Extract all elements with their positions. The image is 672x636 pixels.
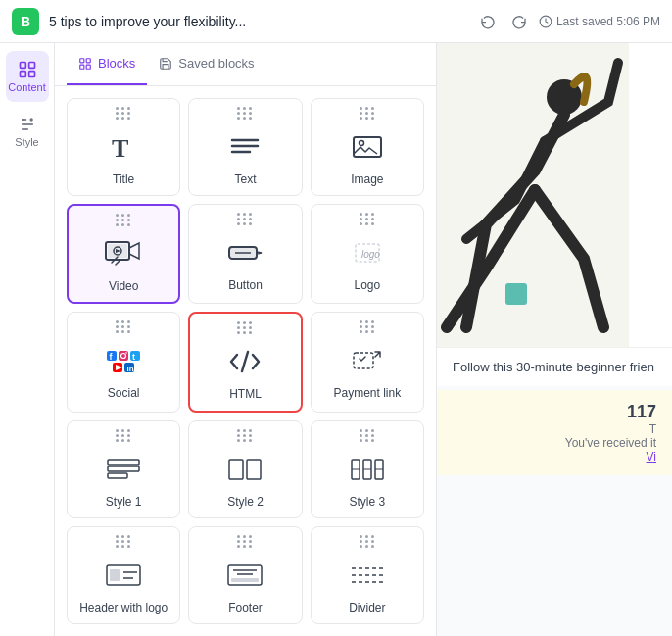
svg-point-8 — [29, 118, 32, 121]
block-style3[interactable]: Style 3 — [311, 420, 424, 518]
left-nav: Content Style — [0, 43, 55, 636]
svg-rect-56 — [231, 578, 259, 582]
content-icon — [18, 60, 37, 79]
svg-rect-1 — [20, 63, 25, 69]
svg-text:T: T — [112, 134, 128, 163]
svg-rect-4 — [28, 72, 34, 77]
nav-style[interactable]: Style — [6, 106, 49, 157]
preview-number: 117 — [627, 402, 656, 422]
block-divider[interactable]: Divider — [311, 526, 424, 624]
svg-rect-41 — [108, 466, 139, 471]
blocks-grid: T Title Text — [55, 86, 436, 636]
blocks-icon — [78, 57, 92, 71]
payment-block-icon — [346, 339, 389, 382]
top-bar: B 5 tips to improve your flexibility... … — [0, 0, 672, 43]
svg-rect-13 — [86, 65, 90, 69]
button-block-icon — [223, 231, 266, 274]
style2-block-icon — [223, 448, 266, 491]
svg-rect-40 — [108, 460, 139, 465]
block-html[interactable]: HTML — [188, 312, 302, 412]
block-logo[interactable]: logo Logo — [311, 204, 424, 304]
tab-blocks[interactable]: Blocks — [67, 43, 147, 85]
undo-button[interactable] — [476, 10, 500, 33]
block-image[interactable]: Image — [311, 98, 424, 196]
block-text[interactable]: Text — [188, 98, 302, 196]
block-header-logo[interactable]: Header with logo — [67, 526, 180, 624]
nav-content[interactable]: Content — [6, 51, 49, 102]
main-layout: Content Style Blocks — [0, 43, 672, 636]
svg-text:in: in — [127, 365, 134, 373]
svg-rect-11 — [86, 58, 90, 62]
block-title[interactable]: T Title — [67, 98, 180, 196]
logo-block-icon: logo — [346, 231, 389, 274]
divider-block-icon — [346, 554, 389, 597]
blocks-panel: Blocks Saved blocks T Title — [55, 43, 437, 636]
text-block-icon — [223, 125, 266, 169]
svg-text:logo: logo — [361, 249, 380, 260]
tab-saved-blocks[interactable]: Saved blocks — [147, 43, 265, 85]
block-style2[interactable]: Style 2 — [188, 420, 302, 518]
style-icon — [18, 115, 37, 134]
style3-block-icon — [346, 448, 389, 491]
image-block-icon — [346, 125, 389, 169]
block-button[interactable]: Button — [188, 204, 302, 304]
clock-icon — [539, 15, 552, 28]
last-saved: Last saved 5:06 PM — [539, 15, 660, 28]
yoga-image — [437, 43, 629, 347]
svg-point-32 — [125, 353, 127, 355]
svg-rect-42 — [108, 473, 127, 478]
svg-rect-2 — [28, 63, 34, 69]
svg-rect-64 — [505, 283, 527, 305]
style1-block-icon — [102, 448, 145, 491]
svg-rect-44 — [247, 460, 261, 479]
redo-button[interactable] — [507, 10, 531, 33]
document-title: 5 tips to improve your flexibility... — [49, 14, 476, 29]
svg-rect-10 — [80, 58, 84, 62]
app-logo: B — [12, 8, 39, 35]
block-footer[interactable]: Footer — [188, 526, 302, 624]
preview-content: Follow this 30-minute beginner frien 117… — [437, 43, 672, 636]
saved-blocks-icon — [159, 57, 172, 71]
block-payment[interactable]: Payment link — [311, 312, 424, 412]
preview-follow-text: Follow this 30-minute beginner frien — [453, 360, 654, 374]
svg-rect-43 — [229, 460, 243, 479]
header-logo-block-icon — [102, 554, 145, 597]
svg-rect-3 — [20, 72, 25, 77]
social-block-icon: f t in — [102, 339, 145, 382]
svg-text:t: t — [132, 352, 135, 362]
svg-point-19 — [359, 141, 363, 146]
block-style1[interactable]: Style 1 — [67, 420, 180, 518]
block-social[interactable]: f t in Social — [67, 312, 180, 412]
block-video[interactable]: Video — [67, 204, 180, 304]
title-block-icon: T — [102, 125, 145, 169]
preview-panel: Follow this 30-minute beginner frien 117… — [437, 43, 672, 636]
svg-rect-39 — [354, 353, 373, 368]
html-block-icon — [223, 340, 266, 383]
video-block-icon — [102, 232, 145, 275]
footer-block-icon — [223, 554, 266, 597]
blocks-tabs: Blocks Saved blocks — [55, 43, 436, 86]
svg-rect-12 — [80, 65, 84, 69]
svg-rect-52 — [110, 569, 120, 581]
preview-received: You've received it — [565, 436, 656, 450]
preview-sub: T — [649, 422, 656, 436]
preview-link[interactable]: Vi — [647, 450, 656, 464]
top-bar-actions: Last saved 5:06 PM — [476, 10, 660, 33]
